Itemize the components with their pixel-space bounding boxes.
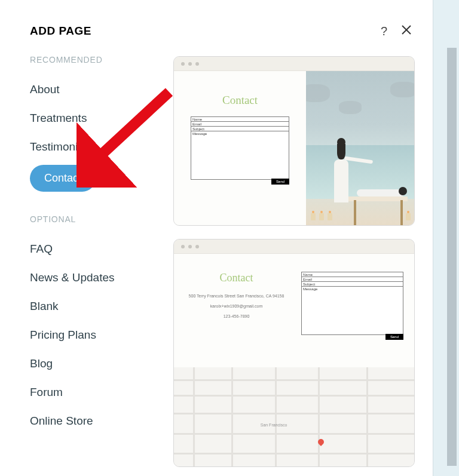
page-item-blog[interactable]: Blog (30, 349, 167, 378)
preview-heading: Contact (182, 272, 290, 284)
panel-header: ADD PAGE ? (30, 24, 430, 38)
window-dot-icon (188, 245, 192, 248)
section-label-recommended: RECOMMENDED (30, 55, 167, 65)
add-page-panel: ADD PAGE ? RECOMMENDED About Treatments … (0, 0, 430, 476)
preview-body: Contact Name Email Subject Message Send (174, 71, 414, 225)
template-previews: Contact Name Email Subject Message Send (173, 55, 430, 467)
page-item-testimonials[interactable]: Testimonials (30, 133, 167, 161)
page-item-about[interactable]: About (30, 75, 167, 104)
page-item-faq[interactable]: FAQ (30, 235, 167, 263)
window-dot-icon (188, 62, 192, 66)
recommended-list: About Treatments Testimonials Contact (30, 75, 167, 195)
template-preview-2[interactable]: Contact 500 Terry Francois Street San Fr… (173, 239, 415, 467)
page-item-forum[interactable]: Forum (30, 378, 167, 407)
optional-list: FAQ News & Updates Blank Pricing Plans B… (30, 235, 167, 435)
panel-content: RECOMMENDED About Treatments Testimonial… (30, 55, 430, 467)
map-city-label: San Francisco (261, 423, 287, 427)
template-preview-1[interactable]: Contact Name Email Subject Message Send (173, 56, 415, 226)
page-item-onlinestore[interactable]: Online Store (30, 407, 167, 435)
page-item-blank[interactable]: Blank (30, 292, 167, 321)
page-item-treatments[interactable]: Treatments (30, 104, 167, 133)
window-dot-icon (181, 245, 185, 248)
page-item-pricing[interactable]: Pricing Plans (30, 321, 167, 349)
window-dot-icon (195, 245, 199, 248)
close-icon[interactable] (400, 24, 412, 38)
preview-window-chrome (174, 239, 414, 254)
preview-address: 500 Terry Francois Street San Francisco,… (182, 294, 290, 298)
preview-email: karolx+wix1909@gmail.com (182, 304, 290, 308)
preview-form-column: Contact Name Email Subject Message Send (174, 71, 306, 225)
page-item-contact[interactable]: Contact (30, 165, 96, 192)
preview-phone: 123-456-7890 (182, 314, 290, 318)
scrollbar-thumb[interactable] (447, 48, 457, 466)
preview-field-message: Message (191, 131, 289, 180)
preview-form: Name Email Subject Message Send (191, 116, 289, 185)
preview-form: Name Email Subject Message Send (301, 272, 403, 340)
preview-field-message: Message (301, 286, 403, 335)
preview-form-column: Name Email Subject Message Send (299, 254, 414, 367)
preview-send-button: Send (271, 179, 289, 185)
sidebar: RECOMMENDED About Treatments Testimonial… (30, 55, 167, 467)
page-background-stripe (433, 0, 459, 476)
window-dot-icon (181, 62, 185, 66)
preview-top-row: Contact 500 Terry Francois Street San Fr… (174, 254, 414, 367)
section-label-optional: OPTIONAL (30, 214, 167, 224)
preview-send-button: Send (385, 334, 403, 340)
preview-window-chrome (174, 57, 414, 71)
preview-map: San Francisco (174, 367, 414, 466)
preview-heading: Contact (222, 94, 258, 107)
preview-image (306, 71, 414, 225)
help-icon[interactable]: ? (381, 24, 387, 38)
panel-title: ADD PAGE (30, 24, 91, 38)
page-item-news[interactable]: News & Updates (30, 263, 167, 292)
window-dot-icon (195, 62, 199, 66)
panel-header-actions: ? (381, 24, 412, 38)
preview-info-column: Contact 500 Terry Francois Street San Fr… (174, 254, 299, 367)
preview-body: Contact 500 Terry Francois Street San Fr… (174, 254, 414, 466)
